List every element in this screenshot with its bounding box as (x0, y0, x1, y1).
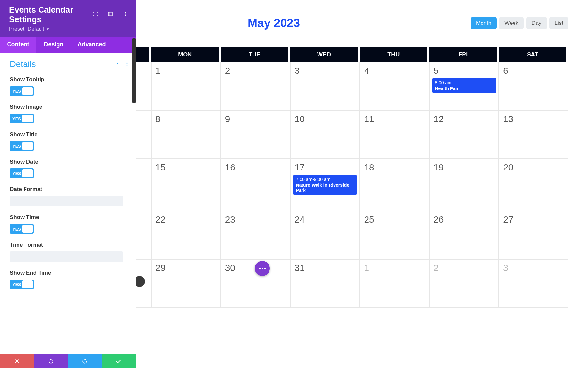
toggle-show-image[interactable]: YES (10, 114, 34, 123)
calendar-cell[interactable]: 2 (221, 62, 290, 110)
calendar-cell[interactable]: 16 (221, 159, 290, 211)
field-show-end-time: Show End Time YES (10, 270, 130, 289)
calendar-cell[interactable]: 24 (290, 211, 360, 259)
field-time-format: Time Format (10, 242, 130, 262)
toggle-show-title[interactable]: YES (10, 141, 34, 151)
toggle-show-date[interactable]: YES (10, 168, 34, 178)
module-actions-fab[interactable] (255, 261, 270, 276)
calendar-cell[interactable]: 6 (499, 62, 568, 110)
calendar-cell[interactable]: 10 (290, 110, 360, 159)
calendar-cell[interactable]: 14 (136, 159, 151, 211)
calendar-cell[interactable]: 4 (360, 62, 429, 110)
calendar-cell[interactable]: 177:00 am-9:00 amNature Walk in Riversid… (290, 159, 360, 211)
calendar-cell[interactable]: 23 (221, 211, 290, 259)
calendar-title: May 2023 (136, 16, 471, 30)
day-number: 26 (433, 215, 444, 225)
field-show-title: Show Title YES (10, 131, 130, 151)
sidebar-tabs: Content Design Advanced (0, 37, 136, 53)
dots-icon (259, 268, 266, 269)
day-header: MON (151, 47, 221, 62)
calendar-cell[interactable]: 58:00 amHealth Fair (429, 62, 499, 110)
calendar-cell[interactable]: 25 (360, 211, 429, 259)
calendar-cell[interactable]: 3 (499, 259, 568, 308)
day-number: 2 (225, 66, 230, 76)
calendar-cell[interactable]: 18 (360, 159, 429, 211)
more-vertical-icon[interactable] (122, 11, 128, 18)
event-time: 7:00 am-9:00 am (296, 177, 354, 182)
sidebar-body: Details Show Tooltip YES Show Image YES … (0, 53, 136, 354)
calendar-event[interactable]: 8:00 amHealth Fair (432, 78, 496, 93)
toggle-show-end-time[interactable]: YES (10, 280, 34, 289)
calendar-cell[interactable]: 11 (360, 110, 429, 159)
more-vertical-icon[interactable] (124, 61, 130, 68)
day-number: 11 (364, 114, 374, 124)
view-list-button[interactable]: List (549, 17, 568, 29)
event-title: Health Fair (435, 86, 493, 91)
calendar-cell[interactable]: 9 (221, 110, 290, 159)
section-title-details[interactable]: Details (10, 59, 36, 69)
calendar-cell[interactable]: 7 (136, 110, 151, 159)
tab-content[interactable]: Content (0, 37, 36, 53)
calendar-cell[interactable]: 27 (499, 211, 568, 259)
undo-button[interactable] (34, 354, 68, 368)
day-number: 17 (295, 162, 305, 173)
day-number: 31 (295, 263, 305, 273)
calendar-cell[interactable]: 15 (151, 159, 221, 211)
view-month-button[interactable]: Month (471, 17, 497, 29)
calendar-cell[interactable]: 19 (429, 159, 499, 211)
view-day-button[interactable]: Day (526, 17, 547, 29)
input-time-format[interactable] (10, 251, 123, 262)
calendar-cell[interactable]: 13 (499, 110, 568, 159)
calendar-cell[interactable]: 26 (429, 211, 499, 259)
cancel-button[interactable] (0, 354, 34, 368)
svg-point-0 (125, 12, 126, 13)
field-show-time: Show Time YES (10, 214, 130, 234)
redo-button[interactable] (68, 354, 102, 368)
calendar-cell[interactable]: 31 (290, 259, 360, 308)
scrollbar-thumb[interactable] (132, 38, 136, 103)
save-button[interactable] (102, 354, 136, 368)
day-number: 5 (433, 66, 439, 76)
toggle-show-tooltip[interactable]: YES (10, 86, 34, 96)
calendar-cell[interactable]: 2 (429, 259, 499, 308)
caret-down-icon: ▼ (46, 27, 49, 31)
day-header: FRI (429, 47, 499, 62)
tab-advanced[interactable]: Advanced (71, 37, 112, 53)
fullscreen-icon[interactable] (92, 11, 98, 18)
day-number: 1 (155, 66, 161, 76)
calendar-cell[interactable]: 21 (136, 211, 151, 259)
calendar-cell[interactable]: 3 (290, 62, 360, 110)
day-number: 9 (225, 114, 230, 124)
calendar-grid: SUNMONTUEWEDTHUFRISAT30123458:00 amHealt… (136, 47, 568, 308)
view-week-button[interactable]: Week (499, 17, 524, 29)
calendar-cell[interactable]: 1 (151, 62, 221, 110)
panel-icon[interactable] (107, 11, 113, 18)
day-header: SUN (136, 47, 151, 62)
calendar-cell[interactable]: 1 (360, 259, 429, 308)
calendar-cell[interactable]: 29 (151, 259, 221, 308)
input-date-format[interactable] (10, 196, 123, 206)
day-number: 3 (295, 66, 300, 76)
field-show-tooltip: Show Tooltip YES (10, 76, 130, 96)
svg-point-5 (127, 65, 128, 66)
preset-selector[interactable]: Preset: Default ▼ (9, 26, 128, 32)
day-number: 4 (364, 66, 369, 76)
calendar-cell[interactable]: 20 (499, 159, 568, 211)
calendar-cell[interactable]: 12 (429, 110, 499, 159)
sidebar-header: Events Calendar Settings Preset: Default… (0, 0, 136, 37)
day-number: 13 (503, 114, 513, 124)
svg-point-4 (127, 63, 128, 64)
day-number: 1 (364, 263, 369, 273)
chevron-up-icon[interactable] (115, 61, 120, 68)
day-number: 24 (295, 215, 305, 225)
field-date-format: Date Format (10, 186, 130, 206)
calendar-event[interactable]: 7:00 am-9:00 amNature Walk in Riverside … (293, 175, 357, 195)
tab-design[interactable]: Design (36, 37, 71, 53)
calendar-cell[interactable]: 22 (151, 211, 221, 259)
event-title: Nature Walk in Riverside Park (296, 183, 354, 193)
day-number: 15 (155, 162, 166, 173)
calendar-cell[interactable]: 8 (151, 110, 221, 159)
calendar-cell[interactable]: 30 (136, 62, 151, 110)
day-number: 19 (433, 162, 444, 173)
toggle-show-time[interactable]: YES (10, 224, 34, 234)
